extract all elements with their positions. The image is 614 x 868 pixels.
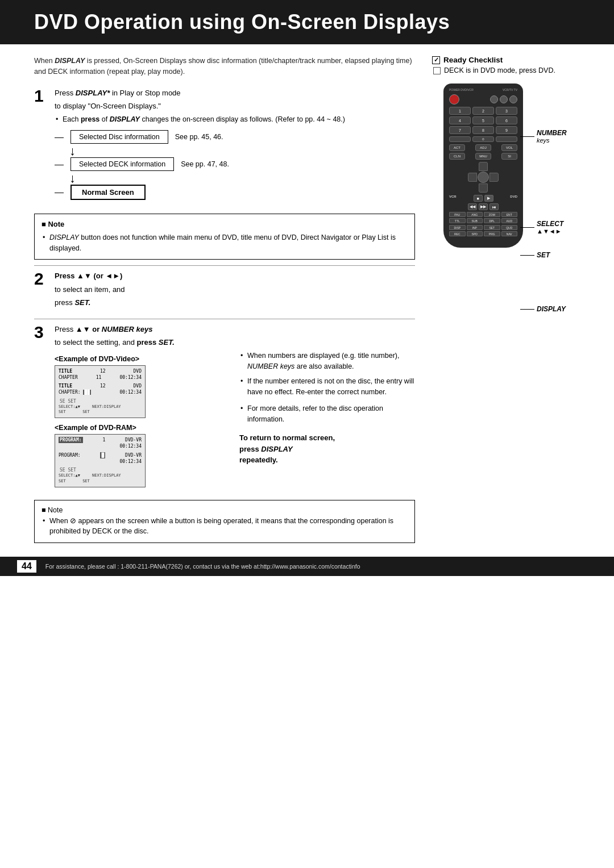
- remote-setup-btn[interactable]: SET: [484, 225, 500, 230]
- remote-btn-2[interactable]: 2: [472, 107, 494, 115]
- note-1-text: DISPLAY button does not function while m…: [42, 232, 408, 254]
- remote-quad-btn[interactable]: QUD: [501, 225, 518, 230]
- example-ram-title: <Example of DVD-RAM>: [55, 424, 230, 432]
- remote-enter-btn[interactable]: ENT: [501, 212, 518, 217]
- remote-btn-8[interactable]: 8: [472, 126, 494, 134]
- remote-menu-btn[interactable]: MNU: [475, 153, 491, 160]
- remote-sub-btn[interactable]: SUB: [467, 218, 483, 223]
- note-1-title: ■ Note: [42, 219, 408, 230]
- checklist-checkbox: [432, 56, 440, 64]
- remote-btn-5[interactable]: 5: [472, 116, 494, 124]
- checklist-title: Ready Checklist: [432, 56, 580, 64]
- return-text: To return to normal screen, press DISPLA…: [239, 432, 415, 466]
- step-2-line1: Press ▲▼ (or ◄►): [55, 270, 415, 282]
- example-dvd-panel: <Example of DVD-Video> TITLE 12 DVD CHAP…: [55, 355, 230, 419]
- example-dvd-screen: TITLE 12 DVD CHAPTER 1100:12:34 TITLE 12…: [55, 365, 146, 419]
- remote-eject-btn-3[interactable]: [509, 95, 517, 103]
- remote-angle-btn[interactable]: ANG: [467, 212, 483, 217]
- step-2-line3: press SET.: [55, 297, 415, 308]
- remote-btn-extra1[interactable]: [449, 136, 471, 142]
- remote-control: POWER DVD/VCR VCR/TV TV 1 2 3 4: [443, 84, 523, 248]
- remote-action-btn[interactable]: ACT: [449, 144, 465, 151]
- note-2-title: ■ Note: [42, 505, 408, 516]
- remote-dpl-btn[interactable]: DPL: [484, 218, 500, 223]
- flow-see-2: See pp. 47, 48.: [181, 160, 229, 168]
- remote-section: NUMBER keys SELECT ▲▼◄►: [432, 84, 580, 248]
- remote-eject-btn-1[interactable]: [490, 95, 498, 103]
- for-more-container: For more details, refer to the disc oper…: [239, 403, 415, 425]
- remote-zoom-btn[interactable]: ZOM: [484, 212, 500, 217]
- step-2-number: 2: [34, 270, 49, 311]
- dpad-up[interactable]: [479, 162, 488, 171]
- step3-bullet-1: When numbers are displayed (e.g. title n…: [239, 350, 415, 372]
- note-1: ■ Note DISPLAY button does not function …: [34, 214, 415, 260]
- note-2-text: When ⊘ appears on the screen while a but…: [42, 516, 408, 537]
- remote-controls-grid: PAU ANG ZOM ENT TTL SUB DPL AUD: [449, 212, 517, 223]
- ready-checklist: Ready Checklist DECK is in DVD mode, pre…: [432, 56, 580, 74]
- remote-btn-7[interactable]: 7: [449, 126, 471, 134]
- remote-btn-0[interactable]: 0: [472, 136, 494, 142]
- annotation-set: SET: [520, 251, 550, 259]
- remote-power-btn[interactable]: [449, 94, 459, 105]
- step3-bullet-2: If the number entered is not on the disc…: [239, 376, 415, 398]
- step-1-number: 1: [34, 87, 49, 206]
- flow-diagram: Selected Disc information See pp. 45, 46…: [55, 130, 415, 200]
- page-number: 44: [17, 560, 36, 573]
- page-footer: 44 For assistance, please call : 1-800-2…: [0, 557, 614, 576]
- dpad-left[interactable]: [468, 173, 477, 182]
- remote-title-btn[interactable]: TTL: [449, 218, 466, 223]
- annotation-display: DISPLAY: [520, 305, 566, 313]
- remote-btn-9[interactable]: 9: [496, 126, 517, 134]
- remote-play-btn[interactable]: ▶: [484, 195, 493, 202]
- example-ram-screen: PROGRAM: 1 DVD-VR 00:12:34 PROGRAM: █ DV…: [55, 434, 146, 487]
- remote-pause-btn[interactable]: PAU: [449, 212, 466, 217]
- remote-display-btn[interactable]: DISP: [449, 225, 466, 230]
- empty-checkbox: [433, 67, 441, 74]
- remote-eject-btn-2[interactable]: [500, 95, 508, 103]
- remote-dpad[interactable]: [468, 162, 499, 193]
- remote-btn-6[interactable]: 6: [496, 116, 517, 124]
- remote-clean-btn[interactable]: CLN: [449, 153, 465, 160]
- dpad-right[interactable]: [489, 173, 499, 182]
- remote-skip-btn[interactable]: ⏭: [489, 203, 499, 210]
- dpad-center[interactable]: [478, 172, 489, 183]
- annotation-select: SELECT ▲▼◄►: [520, 220, 563, 235]
- remote-rew-btn[interactable]: ◀◀: [468, 203, 477, 210]
- remote-adjust-btn[interactable]: ADJ: [475, 144, 491, 151]
- remote-si-btn[interactable]: SI: [501, 153, 517, 160]
- remote-stop-btn[interactable]: ■: [474, 195, 483, 202]
- dpad-down[interactable]: [479, 183, 488, 193]
- remote-vol-btn[interactable]: VOL: [501, 144, 517, 151]
- remote-prog-btn[interactable]: PRG: [484, 231, 500, 236]
- remote-fwd-btn[interactable]: ▶▶: [479, 203, 488, 210]
- remote-speed-btn[interactable]: SPD: [467, 231, 483, 236]
- flow-box-deck: Selected DECK information: [70, 157, 174, 171]
- remote-aud-btn[interactable]: AUD: [501, 218, 518, 223]
- page-header: DVD Operation using On-Screen Displays: [0, 0, 614, 44]
- remote-rec-btn[interactable]: REC: [449, 231, 466, 236]
- remote-input-btn[interactable]: INP: [467, 225, 483, 230]
- normal-screen-box: Normal Screen: [70, 185, 146, 200]
- step-3-line1: Press ▲▼ or NUMBER keys: [55, 324, 415, 335]
- annotation-number: NUMBER keys: [520, 129, 567, 144]
- remote-btn-1[interactable]: 1: [449, 107, 471, 115]
- step-3: 3 Press ▲▼ or NUMBER keys to select the …: [34, 324, 415, 492]
- step-3-number: 3: [34, 324, 49, 492]
- step-2-line2: to select an item, and: [55, 284, 415, 295]
- footer-text: For assistance, please call : 1-800-211-…: [45, 563, 360, 570]
- example-ram-panel: <Example of DVD-RAM> PROGRAM: 1 DVD-VR 0…: [55, 424, 230, 487]
- step-3-line2: to select the setting, and press SET.: [55, 337, 415, 348]
- step-1-line1: Press DISPLAY* in Play or Stop mode: [55, 87, 415, 99]
- remote-btn-3[interactable]: 3: [496, 107, 517, 115]
- step-1-bullet: Each press of DISPLAY changes the on-scr…: [55, 114, 415, 125]
- checklist-item-1: DECK is in DVD mode, press DVD.: [433, 66, 580, 74]
- remote-btn-extra2[interactable]: [496, 136, 517, 142]
- remote-btn-4[interactable]: 4: [449, 116, 471, 124]
- page-title: DVD Operation using On-Screen Displays: [34, 10, 580, 34]
- step-1: 1 Press DISPLAY* in Play or Stop mode to…: [34, 87, 415, 206]
- step-2: 2 Press ▲▼ (or ◄►) to select an item, an…: [34, 270, 415, 311]
- remote-nav-btn[interactable]: NAV: [501, 231, 518, 236]
- return-text-container: To return to normal screen, press DISPLA…: [239, 432, 415, 466]
- intro-text: When DISPLAY is pressed, On-Screen Displ…: [34, 56, 415, 77]
- note-2: ■ Note When ⊘ appears on the screen whil…: [34, 500, 415, 543]
